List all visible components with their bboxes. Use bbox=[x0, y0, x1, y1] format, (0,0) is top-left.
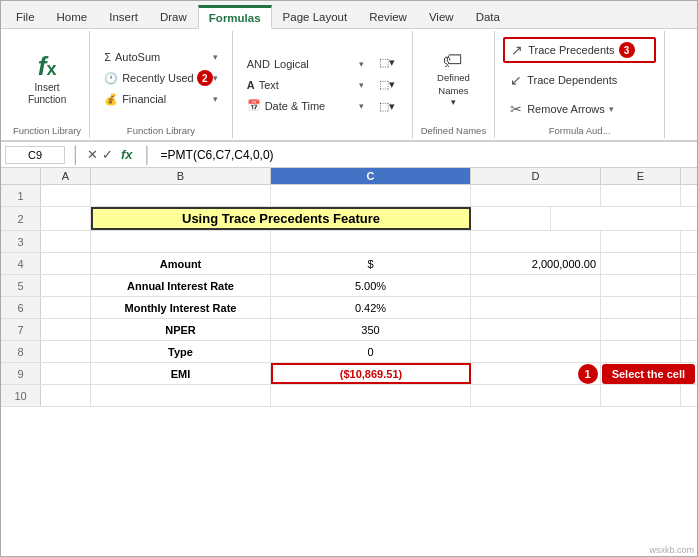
row-num-4: 4 bbox=[1, 253, 41, 274]
tab-formulas[interactable]: Formulas bbox=[198, 5, 272, 29]
financial-arrow: ▾ bbox=[213, 94, 218, 104]
tab-page-layout[interactable]: Page Layout bbox=[272, 6, 359, 28]
cell-b9-label[interactable]: EMI bbox=[91, 363, 271, 384]
cell-a3[interactable] bbox=[41, 231, 91, 252]
more-btn-2[interactable]: ⬚▾ bbox=[374, 75, 404, 95]
trace-precedents-icon: ↗ bbox=[511, 42, 523, 58]
autosum-button[interactable]: Σ AutoSum ▾ bbox=[98, 47, 224, 67]
formula-bar: C9 │ ✕ ✓ fx │ bbox=[1, 142, 697, 168]
cell-b10[interactable] bbox=[91, 385, 271, 406]
cell-c6[interactable]: 0.42% bbox=[271, 297, 471, 318]
cell-c8[interactable]: 0 bbox=[271, 341, 471, 362]
cell-reference-box[interactable]: C9 bbox=[5, 146, 65, 164]
insert-function-button[interactable]: fx InsertFunction bbox=[21, 46, 73, 110]
date-time-button[interactable]: 📅 Date & Time ▾ bbox=[241, 96, 370, 116]
cell-b4-label[interactable]: Amount bbox=[91, 253, 271, 274]
cell-d6[interactable] bbox=[471, 297, 601, 318]
tab-review[interactable]: Review bbox=[358, 6, 418, 28]
cell-c10[interactable] bbox=[271, 385, 471, 406]
cell-d3[interactable] bbox=[471, 231, 601, 252]
table-row: 9 EMI ($10,869.51) 1 Select the cell bbox=[1, 363, 697, 385]
row-num-2: 2 bbox=[1, 207, 41, 230]
cell-c7[interactable]: 350 bbox=[271, 319, 471, 340]
cell-d7[interactable] bbox=[471, 319, 601, 340]
cell-c9-emi[interactable]: ($10,869.51) bbox=[271, 363, 471, 384]
cell-e10[interactable] bbox=[601, 385, 681, 406]
cell-c3[interactable] bbox=[271, 231, 471, 252]
col-header-a[interactable]: A bbox=[41, 168, 91, 184]
cell-c1[interactable] bbox=[271, 185, 471, 206]
col-header-d[interactable]: D bbox=[471, 168, 601, 184]
cell-d1[interactable] bbox=[471, 185, 601, 206]
cell-a9[interactable] bbox=[41, 363, 91, 384]
spreadsheet: A B C D E 1 2 Using Trace Precedents Fea… bbox=[1, 168, 697, 556]
table-row: 1 bbox=[1, 185, 697, 207]
cell-a6[interactable] bbox=[41, 297, 91, 318]
cell-d4[interactable]: 2,000,000.00 bbox=[471, 253, 601, 274]
badge-1: 1 bbox=[578, 364, 598, 384]
table-row: 10 bbox=[1, 385, 697, 407]
cell-b7-label[interactable]: NPER bbox=[91, 319, 271, 340]
cell-a8[interactable] bbox=[41, 341, 91, 362]
col-header-c[interactable]: C bbox=[271, 168, 471, 184]
table-row: 3 bbox=[1, 231, 697, 253]
cell-b6-label[interactable]: Monthly Interest Rate bbox=[91, 297, 271, 318]
cell-e3[interactable] bbox=[601, 231, 681, 252]
col-header-b[interactable]: B bbox=[91, 168, 271, 184]
row-num-8: 8 bbox=[1, 341, 41, 362]
more-btn-1[interactable]: ⬚▾ bbox=[374, 53, 404, 73]
cell-e7[interactable] bbox=[601, 319, 681, 340]
confirm-formula-icon[interactable]: ✓ bbox=[102, 147, 113, 162]
cell-a10[interactable] bbox=[41, 385, 91, 406]
cell-c5[interactable]: 5.00% bbox=[271, 275, 471, 296]
cell-d8[interactable] bbox=[471, 341, 601, 362]
cell-e1[interactable] bbox=[601, 185, 681, 206]
step1-annotation: 1 Select the cell bbox=[578, 363, 695, 384]
logical-button[interactable]: AND Logical ▾ bbox=[241, 54, 370, 74]
more-btn-3[interactable]: ⬚▾ bbox=[374, 97, 404, 117]
tab-view[interactable]: View bbox=[418, 6, 465, 28]
select-cell-button[interactable]: Select the cell bbox=[602, 364, 695, 384]
trace-precedents-button[interactable]: ↗ Trace Precedents 3 bbox=[503, 37, 656, 63]
cell-b1[interactable] bbox=[91, 185, 271, 206]
cell-a4[interactable] bbox=[41, 253, 91, 274]
cell-e2[interactable] bbox=[471, 207, 551, 230]
formula-auditing-group: ↗ Trace Precedents 3 ↙ Trace Dependents … bbox=[495, 31, 665, 138]
financial-button[interactable]: 💰 Financial ▾ bbox=[98, 89, 224, 109]
cell-b3[interactable] bbox=[91, 231, 271, 252]
ribbon-tabs: File Home Insert Draw Formulas Page Layo… bbox=[1, 1, 697, 29]
cell-e4[interactable] bbox=[601, 253, 681, 274]
cell-d10[interactable] bbox=[471, 385, 601, 406]
cancel-formula-icon[interactable]: ✕ bbox=[87, 147, 98, 162]
trace-dependents-button[interactable]: ↙ Trace Dependents bbox=[503, 68, 656, 92]
tab-file[interactable]: File bbox=[5, 6, 46, 28]
table-row: 8 Type 0 bbox=[1, 341, 697, 363]
autosum-group: Σ AutoSum ▾ 🕐 Recently Used 2 ▾ 💰 Financ… bbox=[90, 31, 233, 138]
remove-arrows-button[interactable]: ✂ Remove Arrows ▾ bbox=[503, 97, 656, 121]
tab-draw[interactable]: Draw bbox=[149, 6, 198, 28]
col-header-e[interactable]: E bbox=[601, 168, 681, 184]
remove-arrows-icon: ✂ bbox=[510, 101, 522, 117]
formula-input[interactable] bbox=[159, 146, 693, 164]
defined-names-button[interactable]: 🏷 DefinedNames ▾ bbox=[430, 48, 477, 108]
cell-a2[interactable] bbox=[41, 207, 91, 230]
cell-c4[interactable]: $ bbox=[271, 253, 471, 274]
badge-3: 3 bbox=[619, 42, 635, 58]
tab-insert[interactable]: Insert bbox=[98, 6, 149, 28]
cell-a7[interactable] bbox=[41, 319, 91, 340]
cell-a1[interactable] bbox=[41, 185, 91, 206]
cell-b8-label[interactable]: Type bbox=[91, 341, 271, 362]
tab-home[interactable]: Home bbox=[46, 6, 99, 28]
tab-data[interactable]: Data bbox=[465, 6, 511, 28]
cell-b2-title[interactable]: Using Trace Precedents Feature bbox=[91, 207, 471, 230]
cell-a5[interactable] bbox=[41, 275, 91, 296]
recently-used-button[interactable]: 🕐 Recently Used 2 ▾ bbox=[98, 68, 224, 88]
row-num-5: 5 bbox=[1, 275, 41, 296]
cell-d5[interactable] bbox=[471, 275, 601, 296]
function-lib-label2: Function Library bbox=[127, 123, 195, 136]
cell-e6[interactable] bbox=[601, 297, 681, 318]
cell-b5-label[interactable]: Annual Interest Rate bbox=[91, 275, 271, 296]
text-button[interactable]: A Text ▾ bbox=[241, 75, 370, 95]
cell-e5[interactable] bbox=[601, 275, 681, 296]
cell-e8[interactable] bbox=[601, 341, 681, 362]
